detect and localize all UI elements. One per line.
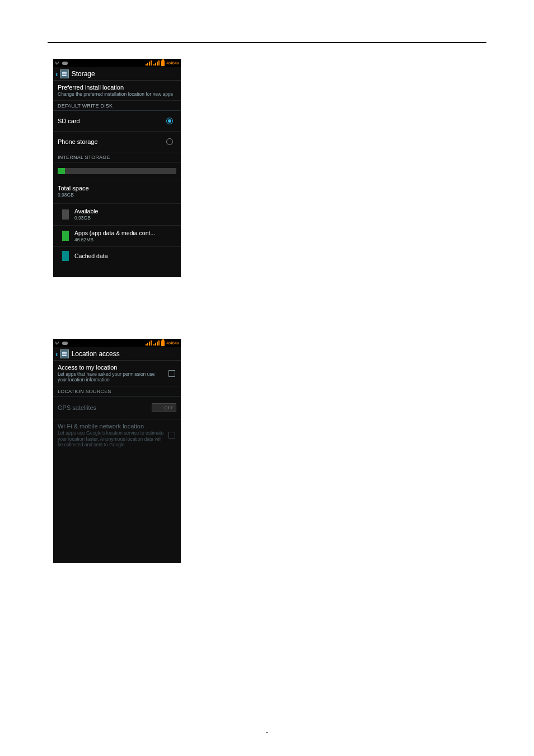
access-title: Access to my location (58, 364, 164, 371)
gps-toggle[interactable]: OFF (152, 403, 176, 412)
header-bar[interactable]: ‹ Storage (53, 67, 181, 81)
status-bar: Ψ 4:46PM (53, 339, 181, 347)
settings-app-icon (60, 349, 69, 358)
available-value: 0.93GB (74, 215, 98, 221)
apps-row[interactable]: Apps (app data & media cont... 46.62MB (53, 226, 181, 247)
usb-debug-icon: Ψ (55, 60, 59, 66)
wifi-loc-subtitle: Let apps use Google's location service t… (58, 430, 164, 447)
apps-value: 46.62MB (74, 237, 155, 242)
screenshots-container: Ψ 4:46PM ‹ Storage Preferred install loc… (53, 59, 181, 563)
sd-card-radio[interactable] (166, 118, 173, 124)
storage-bar-fill (58, 168, 65, 174)
preferred-install-title: Preferred install location (58, 84, 176, 91)
access-subtitle: Let apps that have asked your permission… (58, 371, 164, 382)
screenshot-location: Ψ 4:46PM ‹ Location access Access to my … (53, 339, 181, 563)
page-footer-mark: - (266, 727, 269, 736)
total-space-title: Total space (58, 185, 176, 192)
location-sources-header: LOCATION SOURCES (53, 386, 181, 396)
access-checkbox[interactable] (168, 370, 175, 377)
apps-title: Apps (app data & media cont... (74, 230, 155, 236)
back-icon[interactable]: ‹ (55, 69, 58, 78)
usb-debug-icon: Ψ (55, 340, 59, 346)
total-space-value: 0.98GB (58, 192, 176, 198)
total-space-row[interactable]: Total space 0.98GB (53, 180, 181, 204)
location-body: Access to my location Let apps that have… (53, 361, 181, 451)
screenshot-storage: Ψ 4:46PM ‹ Storage Preferred install loc… (53, 59, 181, 277)
status-left-icons: Ψ (55, 59, 68, 67)
storage-bar-row (53, 162, 181, 180)
settings-app-icon (60, 69, 69, 78)
status-bar: Ψ 4:46PM (53, 59, 181, 67)
cloud-icon (62, 62, 68, 65)
available-title: Available (74, 208, 98, 214)
available-swatch (62, 209, 69, 220)
gps-satellites-row[interactable]: GPS satellites OFF (53, 396, 181, 419)
sd-card-label: SD card (58, 118, 80, 124)
signal-icon-2 (153, 340, 160, 346)
page-title: Storage (72, 70, 95, 78)
cloud-icon (62, 342, 68, 345)
signal-icon-1 (146, 340, 152, 346)
status-time: 4:46PM (166, 60, 179, 66)
phone-storage-row[interactable]: Phone storage (53, 132, 181, 152)
phone-storage-label: Phone storage (58, 138, 98, 145)
wifi-mobile-location-row[interactable]: Wi-Fi & mobile network location Let apps… (53, 419, 181, 451)
default-write-disk-header: DEFAULT WRITE DISK (53, 101, 181, 111)
signal-icon-2 (153, 60, 160, 66)
apps-swatch (62, 231, 69, 241)
status-time: 4:46PM (166, 340, 179, 346)
sd-card-row[interactable]: SD card (53, 111, 181, 132)
signal-icon-1 (146, 60, 152, 66)
battery-icon (161, 340, 165, 346)
cached-swatch (62, 251, 69, 261)
battery-icon (161, 60, 165, 66)
access-my-location-row[interactable]: Access to my location Let apps that have… (53, 361, 181, 386)
storage-bar (58, 168, 176, 174)
internal-storage-header: INTERNAL STORAGE (53, 152, 181, 162)
phone-storage-radio[interactable] (166, 138, 173, 145)
cached-title: Cached data (74, 253, 108, 259)
status-left-icons: Ψ (55, 339, 68, 347)
back-icon[interactable]: ‹ (55, 349, 58, 358)
header-bar[interactable]: ‹ Location access (53, 347, 181, 361)
page-title: Location access (72, 350, 120, 358)
storage-body: Preferred install location Change the pr… (53, 81, 181, 265)
gps-toggle-label: OFF (165, 405, 174, 410)
wifi-loc-title: Wi-Fi & mobile network location (58, 423, 164, 430)
preferred-install-subtitle: Change the preferred installation locati… (58, 91, 176, 97)
available-row[interactable]: Available 0.93GB (53, 204, 181, 225)
horizontal-rule (48, 42, 486, 43)
spacer (53, 277, 181, 339)
document-page: Ψ 4:46PM ‹ Storage Preferred install loc… (0, 0, 534, 756)
wifi-loc-checkbox[interactable] (168, 432, 175, 438)
preferred-install-location-row[interactable]: Preferred install location Change the pr… (53, 81, 181, 101)
cached-data-row[interactable]: Cached data (53, 247, 181, 265)
